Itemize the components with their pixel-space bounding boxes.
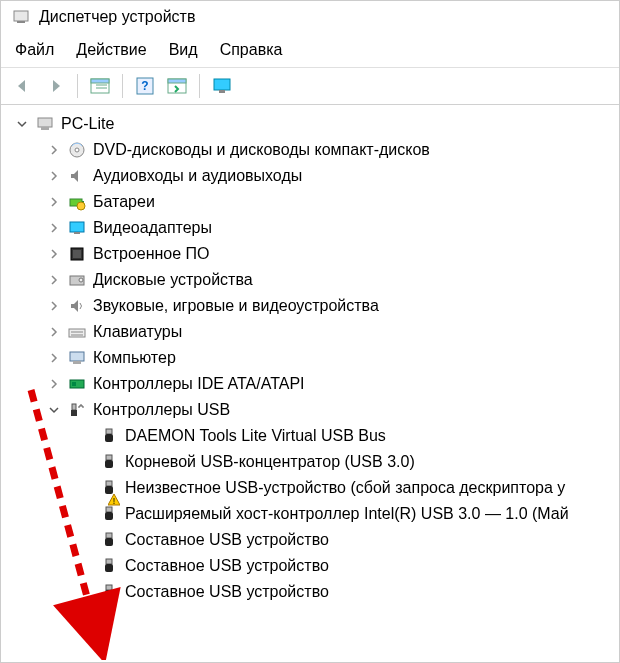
chevron-right-icon[interactable]: [47, 195, 61, 209]
svg-rect-11: [219, 90, 225, 93]
chevron-right-icon[interactable]: [47, 273, 61, 287]
chevron-right-icon[interactable]: [47, 143, 61, 157]
toolbar-separator: [77, 74, 78, 98]
svg-rect-3: [91, 79, 109, 83]
usbplug-icon: [99, 530, 119, 550]
svg-rect-45: [106, 559, 112, 564]
svg-rect-38: [106, 481, 112, 486]
tree-category-label: Батареи: [93, 193, 155, 211]
svg-rect-32: [72, 404, 76, 410]
tree-device[interactable]: Корневой USB-концентратор (USB 3.0): [7, 449, 619, 475]
svg-rect-9: [168, 79, 186, 83]
tree-category-label: Контроллеры IDE ATA/ATAPI: [93, 375, 305, 393]
tree-device[interactable]: Расширяемый хост-контроллер Intel(R) USB…: [7, 501, 619, 527]
toolbar: ?: [1, 68, 619, 105]
svg-rect-35: [105, 434, 113, 442]
tree-category[interactable]: Клавиатуры: [7, 319, 619, 345]
menubar: Файл Действие Вид Справка: [1, 33, 619, 68]
svg-rect-29: [73, 361, 81, 364]
device-tree: PC-Lite DVD-дисководы и дисководы компак…: [1, 105, 619, 611]
svg-rect-36: [106, 455, 112, 460]
svg-rect-10: [214, 79, 230, 90]
forward-button[interactable]: [41, 72, 69, 100]
chevron-down-icon[interactable]: [47, 403, 61, 417]
tree-device[interactable]: Составное USB устройство: [7, 553, 619, 579]
tree-category[interactable]: Встроенное ПО: [7, 241, 619, 267]
tree-category[interactable]: Контроллеры USB: [7, 397, 619, 423]
tree-root-label: PC-Lite: [61, 115, 114, 133]
tree-category-label: DVD-дисководы и дисководы компакт-дисков: [93, 141, 430, 159]
tree-category[interactable]: Контроллеры IDE ATA/ATAPI: [7, 371, 619, 397]
svg-rect-19: [70, 222, 84, 232]
chevron-right-icon[interactable]: [47, 169, 61, 183]
firmware-icon: [67, 244, 87, 264]
tree-category[interactable]: Аудиовходы и аудиовыходы: [7, 163, 619, 189]
svg-rect-37: [105, 460, 113, 468]
ide-icon: [67, 374, 87, 394]
chevron-right-icon[interactable]: [47, 377, 61, 391]
svg-text:!: !: [113, 496, 116, 506]
tree-category[interactable]: DVD-дисководы и дисководы компакт-дисков: [7, 137, 619, 163]
usbplug-icon: [99, 452, 119, 472]
svg-point-15: [75, 148, 79, 152]
svg-rect-44: [105, 538, 113, 546]
svg-text:?: ?: [141, 79, 148, 93]
tree-device[interactable]: !Неизвестное USB-устройство (сбой запрос…: [7, 475, 619, 501]
toolbar-separator: [122, 74, 123, 98]
monitor-button[interactable]: [208, 72, 236, 100]
tree-device-label: Составное USB устройство: [125, 531, 329, 549]
svg-rect-39: [105, 486, 113, 494]
scan-hardware-button[interactable]: [163, 72, 191, 100]
svg-rect-28: [70, 352, 84, 361]
menu-help[interactable]: Справка: [220, 41, 283, 59]
tree-device-label: Составное USB устройство: [125, 557, 329, 575]
svg-rect-20: [74, 232, 80, 234]
menu-view[interactable]: Вид: [169, 41, 198, 59]
chevron-down-icon[interactable]: [15, 117, 29, 131]
usbplug-icon: [99, 504, 119, 524]
svg-rect-43: [106, 533, 112, 538]
sound-icon: [67, 296, 87, 316]
chevron-right-icon[interactable]: [47, 351, 61, 365]
chevron-right-icon[interactable]: [47, 325, 61, 339]
tree-category[interactable]: Компьютер: [7, 345, 619, 371]
tree-category[interactable]: Видеоадаптеры: [7, 215, 619, 241]
tree-category-label: Дисковые устройства: [93, 271, 253, 289]
menu-file[interactable]: Файл: [15, 41, 54, 59]
tree-device[interactable]: Составное USB устройство: [7, 579, 619, 605]
svg-rect-31: [72, 382, 76, 386]
tree-root[interactable]: PC-Lite: [7, 111, 619, 137]
tree-device-label: Неизвестное USB-устройство (сбой запроса…: [125, 479, 565, 497]
back-button[interactable]: [9, 72, 37, 100]
tree-category[interactable]: Батареи: [7, 189, 619, 215]
keyboard-icon: [67, 322, 87, 342]
chevron-right-icon[interactable]: [47, 247, 61, 261]
svg-rect-47: [106, 585, 112, 590]
chevron-right-icon[interactable]: [47, 221, 61, 235]
tree-category[interactable]: Звуковые, игровые и видеоустройства: [7, 293, 619, 319]
svg-rect-42: [105, 512, 113, 520]
tree-category[interactable]: Дисковые устройства: [7, 267, 619, 293]
svg-rect-48: [105, 590, 113, 598]
app-icon: [11, 7, 31, 27]
svg-rect-0: [14, 11, 28, 21]
svg-rect-46: [105, 564, 113, 572]
help-button[interactable]: ?: [131, 72, 159, 100]
chevron-right-icon[interactable]: [47, 299, 61, 313]
tree-category-label: Звуковые, игровые и видеоустройства: [93, 297, 379, 315]
window-title: Диспетчер устройств: [39, 8, 195, 26]
show-hidden-button[interactable]: [86, 72, 114, 100]
tree-category-label: Компьютер: [93, 349, 176, 367]
tree-device-label: Составное USB устройство: [125, 583, 329, 601]
menu-action[interactable]: Действие: [76, 41, 146, 59]
toolbar-separator: [199, 74, 200, 98]
svg-rect-41: [106, 507, 112, 512]
svg-rect-13: [41, 127, 49, 130]
tree-device[interactable]: DAEMON Tools Lite Virtual USB Bus: [7, 423, 619, 449]
tree-category-label: Контроллеры USB: [93, 401, 230, 419]
svg-rect-33: [71, 410, 77, 416]
svg-rect-25: [69, 329, 85, 337]
computer-icon: [67, 348, 87, 368]
display-icon: [67, 218, 87, 238]
tree-device[interactable]: Составное USB устройство: [7, 527, 619, 553]
